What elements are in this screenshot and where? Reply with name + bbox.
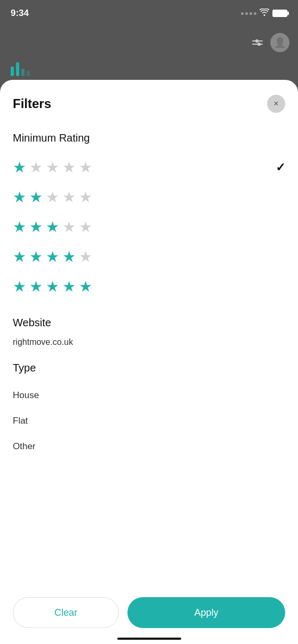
star-empty: ★ — [46, 160, 59, 175]
star-empty: ★ — [79, 190, 92, 205]
star-row-1[interactable]: ★ ★ ★ ★ ★ ✓ — [13, 153, 285, 183]
filter-sheet: Filters × Minimum Rating ★ ★ ★ ★ ★ ✓ ★ — [0, 80, 298, 644]
star-empty: ★ — [79, 250, 92, 265]
clear-button[interactable]: Clear — [13, 597, 119, 628]
star-empty: ★ — [29, 160, 43, 175]
status-time: 9:34 — [11, 8, 29, 19]
type-section: Type House Flat Other — [13, 362, 285, 459]
filter-sliders-icon[interactable] — [252, 40, 263, 45]
stars-3: ★ ★ ★ ★ ★ — [13, 220, 92, 235]
star-empty: ★ — [79, 220, 92, 235]
star-row-2[interactable]: ★ ★ ★ ★ ★ — [13, 183, 285, 212]
minimum-rating-title: Minimum Rating — [13, 132, 285, 144]
star-filled: ★ — [13, 279, 26, 294]
star-filled: ★ — [46, 250, 59, 265]
stars-5: ★ ★ ★ ★ ★ — [13, 279, 92, 294]
star-filled: ★ — [13, 160, 26, 175]
star-row-3[interactable]: ★ ★ ★ ★ ★ — [13, 212, 285, 242]
home-indicator — [117, 638, 181, 640]
status-bar: 9:34 — [0, 0, 298, 27]
sheet-header: Filters × — [13, 80, 285, 121]
star-rows: ★ ★ ★ ★ ★ ✓ ★ ★ ★ ★ ★ — [13, 153, 285, 302]
status-icons — [241, 9, 287, 18]
star-filled: ★ — [79, 279, 92, 294]
star-filled: ★ — [62, 250, 76, 265]
stars-1: ★ ★ ★ ★ ★ — [13, 160, 92, 175]
website-section: Website rightmove.co.uk — [13, 317, 285, 347]
type-item-other[interactable]: Other — [13, 434, 285, 459]
website-value: rightmove.co.uk — [13, 337, 285, 347]
type-title: Type — [13, 362, 285, 374]
stars-4: ★ ★ ★ ★ ★ — [13, 250, 92, 265]
star-filled: ★ — [29, 279, 43, 294]
star-filled: ★ — [13, 190, 26, 205]
star-empty: ★ — [62, 160, 76, 175]
wifi-icon — [260, 9, 269, 18]
type-items: House Flat Other — [13, 383, 285, 459]
type-item-flat[interactable]: Flat — [13, 408, 285, 434]
star-filled: ★ — [13, 220, 26, 235]
star-filled: ★ — [13, 250, 26, 265]
apply-button[interactable]: Apply — [127, 597, 285, 628]
star-filled: ★ — [62, 279, 76, 294]
star-filled: ★ — [46, 220, 59, 235]
bottom-buttons: Clear Apply — [13, 597, 285, 628]
signal-icon — [241, 12, 256, 15]
top-bar — [0, 27, 298, 59]
avatar-icon[interactable] — [270, 33, 289, 52]
star-empty: ★ — [79, 160, 92, 175]
star-filled: ★ — [29, 190, 43, 205]
star-filled: ★ — [29, 220, 43, 235]
brand-bar — [0, 59, 298, 80]
star-empty: ★ — [62, 190, 76, 205]
star-row-5[interactable]: ★ ★ ★ ★ ★ — [13, 272, 285, 302]
battery-icon — [272, 10, 287, 17]
star-empty: ★ — [62, 220, 76, 235]
sheet-title: Filters — [13, 96, 51, 111]
close-button[interactable]: × — [267, 95, 285, 113]
star-row-4[interactable]: ★ ★ ★ ★ ★ — [13, 242, 285, 272]
selected-checkmark-1: ✓ — [276, 161, 285, 175]
stars-2: ★ ★ ★ ★ ★ — [13, 190, 92, 205]
type-item-house[interactable]: House — [13, 383, 285, 408]
website-title: Website — [13, 317, 285, 329]
star-filled: ★ — [46, 279, 59, 294]
brand-logo — [11, 62, 30, 76]
star-filled: ★ — [29, 250, 43, 265]
minimum-rating-section: Minimum Rating ★ ★ ★ ★ ★ ✓ ★ ★ ★ — [13, 132, 285, 302]
star-empty: ★ — [46, 190, 59, 205]
